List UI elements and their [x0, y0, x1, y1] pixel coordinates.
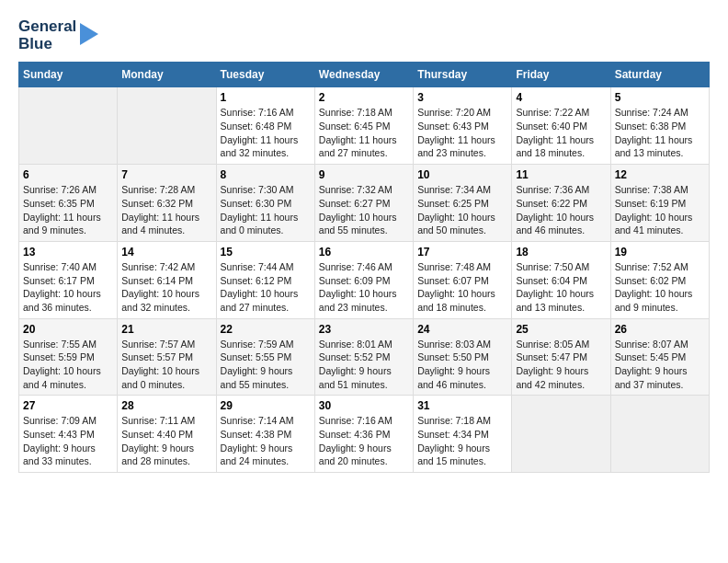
calendar-cell	[19, 87, 118, 165]
calendar-cell: 10Sunrise: 7:34 AMSunset: 6:25 PMDayligh…	[414, 165, 512, 242]
day-number: 26	[615, 323, 705, 336]
calendar-cell: 15Sunrise: 7:44 AMSunset: 6:12 PMDayligh…	[216, 241, 314, 318]
day-info: Sunrise: 7:16 AMSunset: 4:36 PMDaylight:…	[319, 414, 409, 468]
calendar-cell	[512, 396, 610, 473]
calendar-cell: 27Sunrise: 7:09 AMSunset: 4:43 PMDayligh…	[19, 396, 118, 473]
weekday-header-saturday: Saturday	[610, 63, 709, 87]
day-number: 27	[23, 399, 113, 412]
day-info: Sunrise: 7:18 AMSunset: 4:34 PMDaylight:…	[417, 414, 507, 468]
calendar-cell: 7Sunrise: 7:28 AMSunset: 6:32 PMDaylight…	[118, 165, 216, 242]
calendar-cell: 24Sunrise: 8:03 AMSunset: 5:50 PMDayligh…	[414, 318, 512, 396]
logo: General Blue	[18, 18, 98, 52]
day-number: 9	[319, 168, 409, 181]
weekday-header-tuesday: Tuesday	[216, 63, 314, 87]
day-info: Sunrise: 7:30 AMSunset: 6:30 PMDaylight:…	[221, 183, 311, 237]
day-number: 2	[319, 91, 409, 104]
day-info: Sunrise: 7:11 AMSunset: 4:40 PMDaylight:…	[121, 414, 211, 468]
calendar-cell: 23Sunrise: 8:01 AMSunset: 5:52 PMDayligh…	[314, 318, 413, 396]
calendar-cell: 19Sunrise: 7:52 AMSunset: 6:02 PMDayligh…	[610, 241, 709, 318]
calendar-cell: 3Sunrise: 7:20 AMSunset: 6:43 PMDaylight…	[414, 87, 512, 165]
calendar-cell: 21Sunrise: 7:57 AMSunset: 5:57 PMDayligh…	[118, 318, 216, 396]
calendar-week-3: 13Sunrise: 7:40 AMSunset: 6:17 PMDayligh…	[19, 241, 710, 318]
calendar-body: 1Sunrise: 7:16 AMSunset: 6:48 PMDaylight…	[19, 87, 710, 473]
weekday-header-sunday: Sunday	[19, 63, 118, 87]
day-number: 20	[23, 323, 113, 336]
day-number: 25	[516, 323, 606, 336]
day-number: 11	[516, 168, 606, 181]
day-number: 17	[417, 246, 507, 259]
calendar-cell: 28Sunrise: 7:11 AMSunset: 4:40 PMDayligh…	[118, 396, 216, 473]
day-info: Sunrise: 7:40 AMSunset: 6:17 PMDaylight:…	[23, 260, 113, 315]
calendar-cell: 22Sunrise: 7:59 AMSunset: 5:55 PMDayligh…	[216, 318, 314, 396]
day-info: Sunrise: 8:01 AMSunset: 5:52 PMDaylight:…	[319, 338, 409, 392]
day-info: Sunrise: 7:14 AMSunset: 4:38 PMDaylight:…	[221, 414, 311, 468]
day-number: 22	[221, 323, 311, 336]
day-number: 3	[417, 91, 507, 104]
day-number: 31	[417, 399, 507, 412]
weekday-header-monday: Monday	[118, 63, 216, 87]
day-info: Sunrise: 7:32 AMSunset: 6:27 PMDaylight:…	[319, 183, 409, 237]
calendar-cell: 5Sunrise: 7:24 AMSunset: 6:38 PMDaylight…	[610, 87, 709, 165]
calendar-cell: 4Sunrise: 7:22 AMSunset: 6:40 PMDaylight…	[512, 87, 610, 165]
day-number: 15	[221, 246, 311, 259]
day-info: Sunrise: 7:57 AMSunset: 5:57 PMDaylight:…	[121, 338, 211, 392]
day-info: Sunrise: 7:50 AMSunset: 6:04 PMDaylight:…	[516, 260, 606, 315]
day-info: Sunrise: 7:34 AMSunset: 6:25 PMDaylight:…	[417, 183, 507, 237]
day-info: Sunrise: 7:22 AMSunset: 6:40 PMDaylight:…	[516, 106, 606, 160]
day-info: Sunrise: 7:38 AMSunset: 6:19 PMDaylight:…	[615, 183, 705, 237]
calendar-cell: 18Sunrise: 7:50 AMSunset: 6:04 PMDayligh…	[512, 241, 610, 318]
day-info: Sunrise: 7:18 AMSunset: 6:45 PMDaylight:…	[319, 106, 409, 160]
day-info: Sunrise: 7:16 AMSunset: 6:48 PMDaylight:…	[221, 106, 311, 160]
calendar-cell: 1Sunrise: 7:16 AMSunset: 6:48 PMDaylight…	[216, 87, 314, 165]
day-info: Sunrise: 7:28 AMSunset: 6:32 PMDaylight:…	[121, 183, 211, 237]
calendar-cell: 17Sunrise: 7:48 AMSunset: 6:07 PMDayligh…	[414, 241, 512, 318]
calendar-cell: 29Sunrise: 7:14 AMSunset: 4:38 PMDayligh…	[216, 396, 314, 473]
logo-blue: Blue	[18, 36, 76, 53]
calendar-cell: 6Sunrise: 7:26 AMSunset: 6:35 PMDaylight…	[19, 165, 118, 242]
day-info: Sunrise: 7:55 AMSunset: 5:59 PMDaylight:…	[23, 338, 113, 392]
weekday-header-row: SundayMondayTuesdayWednesdayThursdayFrid…	[19, 63, 710, 87]
calendar-cell: 20Sunrise: 7:55 AMSunset: 5:59 PMDayligh…	[19, 318, 118, 396]
day-number: 1	[221, 91, 311, 104]
day-info: Sunrise: 7:52 AMSunset: 6:02 PMDaylight:…	[615, 260, 705, 315]
day-number: 7	[121, 168, 211, 181]
calendar-week-2: 6Sunrise: 7:26 AMSunset: 6:35 PMDaylight…	[19, 165, 710, 242]
day-number: 19	[615, 246, 705, 259]
day-info: Sunrise: 7:46 AMSunset: 6:09 PMDaylight:…	[319, 260, 409, 315]
day-number: 29	[221, 399, 311, 412]
weekday-header-friday: Friday	[512, 63, 610, 87]
day-info: Sunrise: 8:07 AMSunset: 5:45 PMDaylight:…	[615, 338, 705, 392]
calendar-cell: 12Sunrise: 7:38 AMSunset: 6:19 PMDayligh…	[610, 165, 709, 242]
calendar-cell: 25Sunrise: 8:05 AMSunset: 5:47 PMDayligh…	[512, 318, 610, 396]
day-number: 13	[23, 246, 113, 259]
calendar-cell: 16Sunrise: 7:46 AMSunset: 6:09 PMDayligh…	[314, 241, 413, 318]
day-info: Sunrise: 7:20 AMSunset: 6:43 PMDaylight:…	[417, 106, 507, 160]
day-number: 28	[121, 399, 211, 412]
day-number: 5	[615, 91, 705, 104]
day-info: Sunrise: 7:44 AMSunset: 6:12 PMDaylight:…	[221, 260, 311, 315]
calendar-cell: 30Sunrise: 7:16 AMSunset: 4:36 PMDayligh…	[314, 396, 413, 473]
calendar-cell: 31Sunrise: 7:18 AMSunset: 4:34 PMDayligh…	[414, 396, 512, 473]
day-info: Sunrise: 7:26 AMSunset: 6:35 PMDaylight:…	[23, 183, 113, 237]
day-number: 10	[417, 168, 507, 181]
day-info: Sunrise: 7:48 AMSunset: 6:07 PMDaylight:…	[417, 260, 507, 315]
day-info: Sunrise: 7:59 AMSunset: 5:55 PMDaylight:…	[221, 338, 311, 392]
day-info: Sunrise: 7:36 AMSunset: 6:22 PMDaylight:…	[516, 183, 606, 237]
day-number: 4	[516, 91, 606, 104]
day-info: Sunrise: 8:03 AMSunset: 5:50 PMDaylight:…	[417, 338, 507, 392]
calendar-cell	[610, 396, 709, 473]
day-number: 30	[319, 399, 409, 412]
calendar-cell	[118, 87, 216, 165]
logo-arrow-icon	[80, 23, 98, 45]
day-info: Sunrise: 7:09 AMSunset: 4:43 PMDaylight:…	[23, 414, 113, 468]
day-number: 8	[221, 168, 311, 181]
calendar-week-1: 1Sunrise: 7:16 AMSunset: 6:48 PMDaylight…	[19, 87, 710, 165]
calendar-table: SundayMondayTuesdayWednesdayThursdayFrid…	[18, 62, 710, 473]
page-header: General Blue	[18, 18, 710, 52]
day-number: 14	[121, 246, 211, 259]
calendar-cell: 11Sunrise: 7:36 AMSunset: 6:22 PMDayligh…	[512, 165, 610, 242]
day-number: 23	[319, 323, 409, 336]
day-number: 6	[23, 168, 113, 181]
day-number: 21	[121, 323, 211, 336]
logo-general: General	[18, 18, 76, 36]
